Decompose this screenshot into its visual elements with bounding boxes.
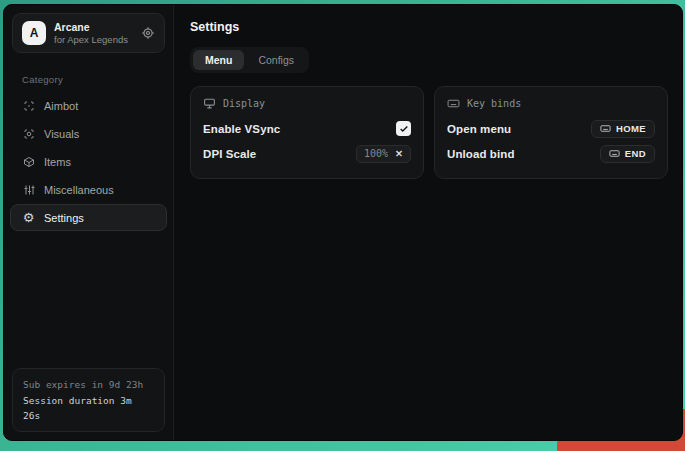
keyboard-icon — [609, 148, 620, 159]
monitor-icon — [203, 97, 216, 110]
tab-configs[interactable]: Configs — [246, 50, 306, 70]
main-content: Settings Menu Configs Display — [174, 5, 683, 440]
vsync-label: Enable VSync — [203, 123, 280, 135]
crosshair-circle-icon[interactable] — [141, 26, 155, 40]
desktop-wallpaper: A Arcane for Apex Legends Category — [0, 0, 685, 451]
sidebar-item-label: Visuals — [44, 128, 79, 140]
dpi-scale-value: 100% — [364, 148, 388, 159]
keyboard-icon — [600, 123, 611, 134]
package-box-icon — [22, 156, 35, 168]
brand-text: Arcane for Apex Legends — [54, 21, 128, 46]
open-menu-keybind[interactable]: HOME — [591, 120, 655, 138]
setting-row-open-menu: Open menu HOME — [447, 116, 655, 141]
sidebar-nav: Aimbot Visuals — [4, 92, 173, 231]
setting-row-unload-bind: Unload bind END — [447, 141, 655, 166]
open-menu-key: HOME — [616, 123, 646, 134]
category-label: Category — [22, 74, 173, 85]
unload-bind-label: Unload bind — [447, 148, 515, 160]
display-card-header: Display — [203, 97, 411, 110]
unload-bind-keybind[interactable]: END — [600, 145, 655, 163]
gear-icon: ⚙ — [22, 211, 35, 224]
sidebar-item-aimbot[interactable]: Aimbot — [10, 92, 167, 119]
sidebar-spacer — [4, 231, 173, 360]
sidebar-item-label: Miscellaneous — [44, 184, 114, 196]
focus-brackets-icon — [22, 100, 35, 112]
sliders-vertical-icon — [22, 184, 35, 196]
sub-expires-text: Sub expires in 9d 23h — [23, 377, 154, 392]
page-title: Settings — [190, 20, 668, 34]
sidebar-item-label: Aimbot — [44, 100, 78, 112]
brand-title: Arcane — [54, 21, 128, 34]
sidebar-item-visuals[interactable]: Visuals — [10, 120, 167, 147]
keybinds-card: Key binds Open menu HOME — [434, 86, 668, 179]
sidebar-item-label: Settings — [44, 212, 84, 224]
unload-bind-key: END — [625, 148, 646, 159]
checkmark-icon — [399, 124, 409, 134]
display-card-title: Display — [223, 98, 265, 109]
sidebar: A Arcane for Apex Legends Category — [4, 5, 174, 440]
display-card: Display Enable VSync DPI Scale — [190, 86, 424, 179]
keybinds-card-title: Key binds — [467, 98, 521, 109]
settings-cards: Display Enable VSync DPI Scale — [190, 86, 668, 179]
brand-logo: A — [22, 21, 46, 45]
tab-menu[interactable]: Menu — [193, 50, 244, 70]
sidebar-item-label: Items — [44, 156, 71, 168]
open-menu-label: Open menu — [447, 123, 511, 135]
clear-icon[interactable]: ✕ — [395, 149, 403, 159]
setting-row-dpi: DPI Scale 100% ✕ — [203, 141, 411, 166]
app-window: A Arcane for Apex Legends Category — [3, 4, 683, 441]
dpi-scale-label: DPI Scale — [203, 148, 256, 160]
subscription-status-card: Sub expires in 9d 23h Session duration 3… — [12, 368, 165, 432]
scope-eye-icon — [22, 128, 35, 140]
brand-card: A Arcane for Apex Legends — [12, 13, 165, 53]
sidebar-item-miscellaneous[interactable]: Miscellaneous — [10, 176, 167, 203]
session-duration-text: Session duration 3m 26s — [23, 393, 154, 423]
sidebar-item-items[interactable]: Items — [10, 148, 167, 175]
keyboard-icon — [447, 97, 460, 110]
setting-row-vsync: Enable VSync — [203, 116, 411, 141]
brand-subtitle: for Apex Legends — [54, 34, 128, 46]
keybinds-card-header: Key binds — [447, 97, 655, 110]
vsync-checkbox[interactable] — [396, 121, 411, 136]
sidebar-item-settings[interactable]: ⚙ Settings — [10, 204, 167, 231]
tab-bar: Menu Configs — [190, 47, 309, 73]
dpi-scale-input[interactable]: 100% ✕ — [356, 145, 411, 163]
